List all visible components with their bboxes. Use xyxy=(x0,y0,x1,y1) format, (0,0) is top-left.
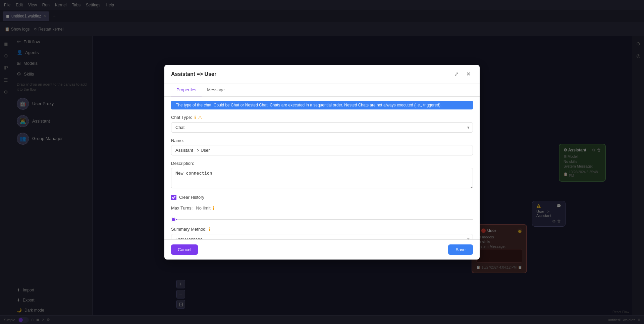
modal-fullscreen-button[interactable]: ⤢ xyxy=(451,70,461,79)
summary-method-info-icon[interactable]: ℹ xyxy=(209,227,210,232)
max-turns-label: Max Turns: No limit ℹ xyxy=(171,205,473,211)
modal-close-button[interactable]: ✕ xyxy=(464,70,473,79)
modal-body: Chat Type: ℹ ⚠ Chat Nested Chat ▾ Name: xyxy=(164,109,480,239)
chat-type-select[interactable]: Chat Nested Chat xyxy=(171,122,473,133)
modal-tab-properties[interactable]: Properties xyxy=(171,84,202,96)
modal-tabs: Properties Message xyxy=(164,84,480,97)
modal-header-actions: ⤢ ✕ xyxy=(451,70,473,79)
max-turns-row: Max Turns: No limit ℹ xyxy=(171,205,473,211)
chat-type-select-wrapper: Chat Nested Chat ▾ xyxy=(171,122,473,133)
clear-history-row: Clear History xyxy=(171,195,473,200)
modal-tab-message[interactable]: Message xyxy=(202,84,230,96)
summary-method-select[interactable]: Last Message Reflection with LLM None xyxy=(171,234,473,239)
summary-method-select-wrapper: Last Message Reflection with LLM None ▾ xyxy=(171,234,473,239)
summary-method-label: Summary Method: ℹ xyxy=(171,227,473,232)
clear-history-label[interactable]: Clear History xyxy=(179,195,204,200)
modal-header: Assistant => User ⤢ ✕ xyxy=(164,65,480,84)
tooltip-banner: The type of the chat. Could be Chat or N… xyxy=(171,101,473,109)
name-label: Name: xyxy=(171,138,473,143)
name-row: Name: xyxy=(171,138,473,155)
chat-type-label: Chat Type: ℹ ⚠ xyxy=(171,115,473,120)
description-textarea[interactable]: New connection xyxy=(171,168,473,188)
modal-dialog: Assistant => User ⤢ ✕ Properties Message… xyxy=(164,65,480,260)
clear-history-checkbox[interactable] xyxy=(171,195,176,200)
max-turns-slider-row xyxy=(171,216,473,221)
modal-footer: Cancel Save xyxy=(164,239,480,260)
chat-type-info-icon[interactable]: ℹ xyxy=(194,115,196,120)
save-button[interactable]: Save xyxy=(448,244,473,255)
cancel-button[interactable]: Cancel xyxy=(171,244,198,255)
chat-type-row: Chat Type: ℹ ⚠ Chat Nested Chat ▾ xyxy=(171,115,473,133)
max-turns-slider[interactable] xyxy=(171,219,473,220)
name-input[interactable] xyxy=(171,145,473,155)
modal-overlay: Assistant => User ⤢ ✕ Properties Message… xyxy=(0,0,644,324)
chat-type-warn-icon: ⚠ xyxy=(198,115,202,120)
max-turns-value: No limit xyxy=(196,205,210,211)
description-label: Description: xyxy=(171,161,473,166)
modal-title: Assistant => User xyxy=(171,71,216,77)
summary-method-row: Summary Method: ℹ Last Message Reflectio… xyxy=(171,227,473,239)
max-turns-info-icon[interactable]: ℹ xyxy=(213,205,214,211)
description-row: Description: New connection xyxy=(171,161,473,189)
